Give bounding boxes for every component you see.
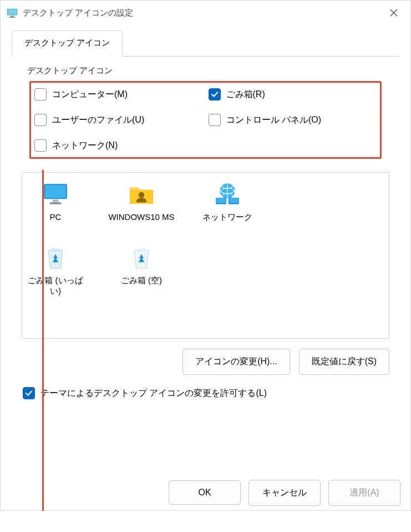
svg-rect-12 — [216, 198, 226, 203]
icon-label-bin-empty: ごみ箱 (空) — [121, 275, 162, 286]
annotation-callout-line — [42, 170, 44, 511]
checkbox-row-theme[interactable]: テーマによるデスクトップ アイコンの変更を許可する(L) — [23, 387, 389, 399]
svg-rect-3 — [9, 17, 16, 17]
tab-strip: デスクトップ アイコン — [12, 31, 399, 57]
icon-label-pc: PC — [50, 212, 62, 223]
icon-item-bin-full[interactable]: ごみ箱 (いっぱい) — [28, 244, 83, 297]
svg-rect-13 — [229, 198, 239, 203]
checkbox-control[interactable] — [209, 114, 221, 126]
svg-rect-7 — [50, 203, 62, 204]
fieldset-legend: デスクトップ アイコン — [25, 66, 115, 76]
icon-item-bin-empty[interactable]: ごみ箱 (空) — [100, 244, 183, 297]
checkbox-row-network[interactable]: ネットワーク(N) — [34, 139, 203, 152]
svg-rect-1 — [8, 9, 17, 15]
user-folder-icon — [128, 180, 155, 208]
icon-item-user[interactable]: WINDOWS10 MS — [100, 180, 183, 223]
apply-button: 適用(A) — [328, 480, 400, 506]
svg-rect-6 — [53, 199, 58, 202]
checkmark-icon — [25, 389, 33, 397]
checkbox-network[interactable] — [34, 139, 47, 152]
cancel-button[interactable]: キャンセル — [248, 480, 321, 506]
checkbox-row-computer[interactable]: コンピューター(M) — [34, 88, 203, 101]
checkbox-label-recycle: ごみ箱(R) — [226, 89, 265, 101]
svg-rect-5 — [45, 185, 66, 198]
recycle-bin-empty-icon — [128, 244, 155, 272]
checkbox-label-theme: テーマによるデスクトップ アイコンの変更を許可する(L) — [40, 388, 267, 399]
svg-point-8 — [139, 192, 144, 198]
checkbox-computer[interactable] — [34, 88, 47, 101]
checkbox-label-network: ネットワーク(N) — [52, 140, 118, 152]
app-icon — [6, 7, 18, 19]
fieldset-desktop-icons: デスクトップ アイコン コンピューター(M) ごみ箱(R) — [22, 72, 389, 167]
checkbox-label-control: コントロール パネル(O) — [226, 114, 322, 126]
checkmark-icon — [211, 91, 219, 98]
icon-item-pc[interactable]: PC — [28, 180, 83, 223]
svg-point-14 — [49, 248, 63, 252]
ok-button[interactable]: OK — [169, 480, 241, 505]
window-title: デスクトップ アイコンの設定 — [23, 8, 383, 18]
checkbox-row-control[interactable]: コントロール パネル(O) — [209, 114, 377, 126]
checkbox-label-userfiles: ユーザーのファイル(U) — [52, 114, 144, 126]
dialog-button-bar: OK キャンセル 適用(A) — [1, 475, 410, 510]
icon-label-user: WINDOWS10 MS — [108, 212, 174, 223]
svg-point-15 — [135, 248, 149, 252]
icon-item-network[interactable]: ネットワーク — [200, 180, 255, 223]
titlebar: デスクトップ アイコンの設定 — [1, 1, 410, 25]
recycle-bin-full-icon — [42, 244, 69, 272]
icon-action-row: アイコンの変更(H)... 既定値に戻す(S) — [22, 349, 389, 375]
close-button[interactable] — [383, 2, 405, 24]
checkbox-row-userfiles[interactable]: ユーザーのファイル(U) — [34, 114, 203, 126]
checkbox-label-computer: コンピューター(M) — [52, 89, 128, 101]
checkbox-userfiles[interactable] — [34, 114, 47, 126]
tab-content: デスクトップ アイコン コンピューター(M) ごみ箱(R) — [12, 57, 399, 409]
icon-label-bin-full: ごみ箱 (いっぱい) — [28, 275, 83, 297]
checkbox-recycle[interactable] — [209, 88, 221, 101]
tab-area: デスクトップ アイコン デスクトップ アイコン コンピューター(M) — [1, 31, 410, 409]
annotation-highlight-box: コンピューター(M) ごみ箱(R) ユーザーのファイル(U) — [29, 81, 382, 159]
icon-preview-panel[interactable]: PC WINDOWS10 MS ネットワーク — [22, 172, 389, 339]
restore-default-button[interactable]: 既定値に戻す(S) — [299, 349, 389, 375]
dialog-window: デスクトップ アイコンの設定 デスクトップ アイコン デスクトップ アイコン コ… — [0, 0, 411, 511]
change-icon-button[interactable]: アイコンの変更(H)... — [182, 349, 290, 375]
svg-rect-2 — [11, 16, 14, 17]
pc-icon — [42, 180, 69, 208]
network-icon — [214, 180, 241, 208]
checkbox-row-recycle[interactable]: ごみ箱(R) — [209, 88, 377, 101]
icon-label-network: ネットワーク — [202, 212, 252, 223]
tab-desktop-icons[interactable]: デスクトップ アイコン — [12, 31, 123, 57]
close-icon — [390, 9, 398, 17]
checkbox-theme[interactable] — [23, 387, 35, 399]
